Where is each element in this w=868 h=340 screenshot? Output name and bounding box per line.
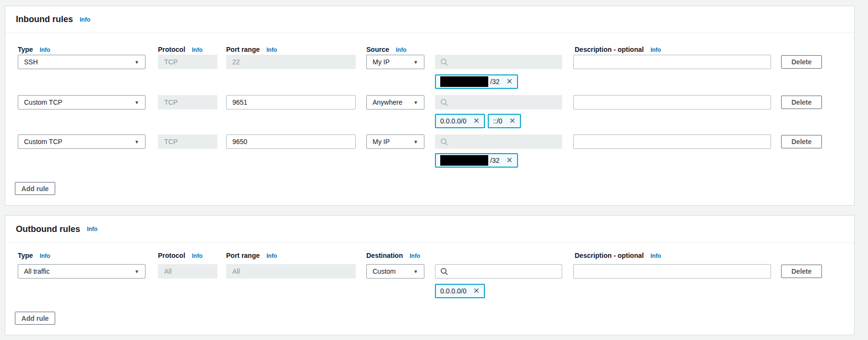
description-info-link[interactable]: Info [651,47,661,53]
port-range-field-wrap [226,134,356,149]
protocol-info-link[interactable]: Info [192,47,203,53]
source-type-select[interactable]: My IP ▼ [366,134,424,149]
type-select-value: Custom TCP [24,138,62,146]
type-info-link[interactable]: Info [40,47,50,53]
type-select-value: SSH [24,58,38,66]
source-select-value: My IP [373,138,390,146]
delete-rule-button[interactable]: Delete [781,265,822,278]
search-icon [440,98,448,106]
destination-search-input[interactable] [435,264,562,279]
type-select[interactable]: All traffic ▼ [18,264,145,279]
protocol-value: All [164,267,172,275]
search-icon [440,138,448,146]
description-field-wrap [573,134,771,149]
description-input[interactable] [573,134,771,149]
type-select-value: Custom TCP [24,98,62,106]
description-field-wrap [573,95,771,109]
source-search-input [435,95,562,109]
search-icon [440,267,448,275]
description-field-wrap [573,55,771,69]
source-select-value: Anywhere [373,98,402,106]
inbound-info-link[interactable]: Info [80,16,90,23]
type-select[interactable]: Custom TCP ▼ [18,134,145,149]
inbound-source-header: Source Info [366,46,406,54]
port-range-input[interactable] [226,95,356,109]
description-field-wrap [573,264,771,279]
destination-type-select[interactable]: Custom ▼ [366,264,424,279]
protocol-field: TCP [158,95,217,109]
source-type-select[interactable]: Anywhere ▼ [366,95,424,109]
remove-token-icon[interactable]: ✕ [506,157,512,164]
inbound-panel-header: Inbound rules Info [5,6,854,33]
chevron-down-icon: ▼ [134,139,139,145]
add-rule-button[interactable]: Add rule [15,312,55,325]
delete-rule-button[interactable]: Delete [781,96,822,109]
cidr-token-label: ::/0 [493,117,502,125]
inbound-port-range-header: Port range Info [226,46,277,54]
source-type-select[interactable]: My IP ▼ [366,55,424,69]
type-info-link[interactable]: Info [40,253,50,259]
chevron-down-icon: ▼ [134,60,139,65]
source-token-row: /32 ✕ [435,153,518,168]
outbound-info-link[interactable]: Info [87,226,97,232]
type-select-value: All traffic [24,267,49,275]
cidr-token-label: /32 [490,78,499,85]
port-range-info-link[interactable]: Info [266,47,277,53]
protocol-info-link[interactable]: Info [192,253,203,259]
description-input[interactable] [573,95,771,109]
type-label: Type [18,252,33,259]
chevron-down-icon: ▼ [413,100,418,105]
outbound-panel-title: Outbound rules [16,224,80,234]
destination-select-value: Custom [373,267,396,275]
inbound-rules-panel: Inbound rules Info Type Info Protocol In… [5,6,855,206]
port-range-label: Port range [226,252,260,259]
delete-rule-button[interactable]: Delete [781,135,822,148]
remove-token-icon[interactable]: ✕ [473,117,480,125]
description-label: Description - optional [575,46,644,53]
protocol-label: Protocol [158,252,185,259]
search-icon [440,58,448,66]
port-range-label: Port range [226,46,260,53]
redacted-ip [440,155,488,166]
outbound-port-range-header: Port range Info [226,252,277,260]
chevron-down-icon: ▼ [134,100,139,105]
destination-info-link[interactable]: Info [410,253,420,259]
remove-token-icon[interactable]: ✕ [473,287,480,295]
source-search-input [435,55,562,69]
delete-rule-button[interactable]: Delete [781,55,822,69]
protocol-value: TCP [164,58,178,66]
outbound-rules-panel: Outbound rules Info Type Info Protocol I… [5,215,855,335]
protocol-field: TCP [158,134,217,149]
inbound-protocol-header: Protocol Info [158,46,203,54]
cidr-token-label: /32 [490,157,499,164]
inbound-type-header: Type Info [18,46,50,54]
cidr-token: 0.0.0.0/0 ✕ [435,114,485,128]
source-token-row: 0.0.0.0/0 ✕ ::/0 ✕ [435,114,521,128]
chevron-down-icon: ▼ [413,269,418,274]
cidr-token-label: 0.0.0.0/0 [440,117,467,125]
protocol-field: All [158,264,217,279]
remove-token-icon[interactable]: ✕ [509,117,515,125]
security-group-rules-page: { "colors": { "page_bg": "#f2f3f3", "pan… [0,0,868,340]
port-range-info-link[interactable]: Info [266,253,277,259]
description-input[interactable] [573,264,771,279]
cidr-token: 0.0.0.0/0 ✕ [435,284,485,298]
cidr-token-label: 0.0.0.0/0 [440,287,467,295]
remove-token-icon[interactable]: ✕ [506,78,512,85]
port-range-input[interactable] [226,134,356,149]
protocol-value: TCP [164,138,178,146]
cidr-token: /32 ✕ [435,74,518,89]
add-rule-button[interactable]: Add rule [15,182,55,195]
port-range-value: 22 [232,58,240,66]
source-info-link[interactable]: Info [396,47,406,53]
type-select[interactable]: SSH ▼ [18,55,145,69]
port-range-field-wrap [226,95,356,109]
description-info-link[interactable]: Info [651,253,661,259]
outbound-description-header: Description - optional Info [575,252,661,260]
inbound-description-header: Description - optional Info [575,46,661,54]
redacted-ip [440,76,488,87]
port-range-field: 22 [226,55,356,69]
description-input[interactable] [573,55,771,69]
protocol-field: TCP [158,55,217,69]
type-select[interactable]: Custom TCP ▼ [18,95,145,109]
